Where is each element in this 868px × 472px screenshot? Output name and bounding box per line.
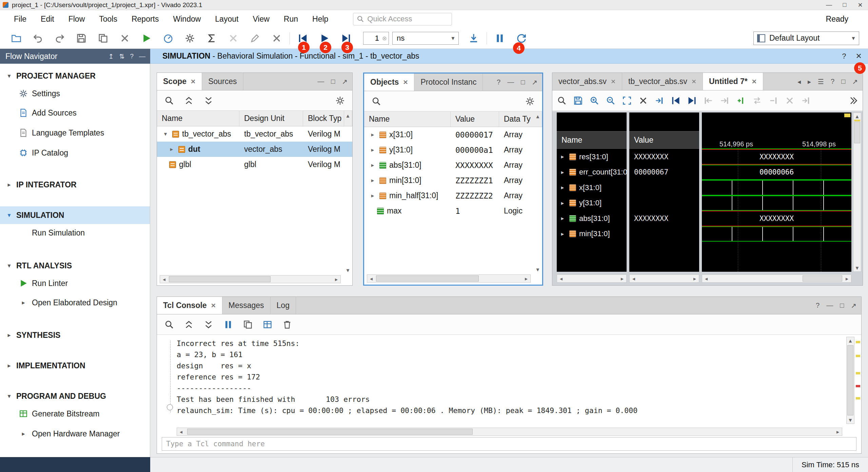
scrollbar-thumb[interactable] — [169, 276, 271, 282]
column-value[interactable]: Value — [451, 111, 499, 127]
scroll-down-arrow[interactable]: ▼ — [847, 417, 854, 423]
chevron-right-icon[interactable]: ▸ — [369, 177, 376, 184]
column-design-unit[interactable]: Design Unit — [239, 111, 303, 126]
help-icon[interactable]: ? — [816, 302, 820, 309]
previous-transition-icon[interactable] — [671, 96, 680, 105]
settings-gear-icon[interactable] — [179, 30, 201, 46]
delete-icon[interactable] — [114, 30, 136, 46]
scroll-left-arrow[interactable]: ◂ — [630, 275, 638, 282]
float-panel-icon[interactable]: ↗ — [342, 78, 348, 86]
table-row[interactable]: ▸y[31:0] 000000a1 Array — [364, 142, 542, 158]
clear-console-icon[interactable] — [282, 320, 292, 329]
chevron-right-icon[interactable]: ▸ — [5, 331, 14, 339]
wave-scrollbar[interactable]: ◂ ▸ — [702, 274, 851, 283]
tab-tcl-console[interactable]: Tcl Console✕ — [157, 297, 222, 314]
close-icon[interactable]: ✕ — [752, 78, 757, 85]
maximize-panel-icon[interactable]: □ — [331, 78, 335, 85]
nav-item-add-sources[interactable]: Add Sources — [0, 104, 150, 122]
close-icon[interactable]: ✕ — [211, 302, 216, 309]
menu-tools[interactable]: Tools — [92, 10, 124, 28]
minimize-panel-icon[interactable]: — — [507, 78, 514, 86]
scroll-down-arrow[interactable]: ▼ — [853, 265, 861, 271]
search-icon[interactable] — [164, 320, 174, 329]
menu-window[interactable]: Window — [166, 10, 208, 28]
scroll-up-arrow[interactable]: ▲ — [847, 338, 854, 344]
copy-icon[interactable] — [92, 30, 114, 46]
nav-item-ip-catalog[interactable]: IP Catalog — [0, 144, 150, 162]
zoom-in-icon[interactable] — [590, 96, 599, 105]
wave-signal-name[interactable]: ▸abs[31:0] — [557, 211, 627, 226]
gear-icon[interactable] — [525, 97, 535, 106]
zoom-fit-icon[interactable] — [622, 96, 632, 105]
wave-signal-name[interactable]: ▸err_count[31:0 — [557, 165, 627, 180]
vertical-scrollbar[interactable]: ▲ ▼ — [846, 337, 854, 424]
help-icon[interactable]: ? — [831, 78, 834, 85]
sim-relaunch-icon[interactable] — [463, 30, 485, 46]
menu-view[interactable]: View — [245, 10, 276, 28]
chevron-right-icon[interactable]: ▸ — [559, 230, 566, 238]
scroll-down-arrow[interactable]: ▼ — [344, 267, 352, 273]
layout-dropdown[interactable]: Default Layout ▼ — [753, 32, 859, 45]
vertical-scrollbar[interactable]: ▲ ▼ — [853, 112, 861, 272]
help-icon[interactable]: ? — [130, 53, 134, 60]
minimize-panel-icon[interactable]: — — [826, 302, 833, 309]
collapse-all-icon[interactable] — [184, 96, 194, 105]
window-minimize-icon[interactable]: — — [821, 0, 837, 10]
wave-row-abs[interactable]: XXXXXXXX — [702, 211, 851, 226]
tab-messages[interactable]: Messages — [222, 297, 271, 314]
tab-protocol-instances[interactable]: Protocol Instanc — [414, 74, 483, 91]
sim-pause-icon[interactable] — [489, 30, 511, 46]
collapse-all-icon[interactable]: ↥ — [108, 53, 114, 60]
close-icon[interactable]: ✕ — [611, 78, 616, 85]
design-runs-icon[interactable] — [157, 30, 179, 46]
wave-row-x[interactable] — [702, 180, 851, 196]
scroll-left-arrow[interactable]: ◂ — [367, 275, 375, 282]
wave-row-y[interactable] — [702, 196, 851, 211]
pause-output-icon[interactable] — [223, 320, 233, 329]
chevron-right-icon[interactable]: ▸ — [369, 162, 376, 169]
next-transition-icon[interactable] — [687, 96, 697, 105]
x-cursor-icon[interactable] — [638, 96, 648, 105]
chevron-right-icon[interactable]: ▸ — [369, 192, 376, 199]
wave-row-min[interactable] — [702, 226, 851, 242]
scroll-left-arrow[interactable]: ◂ — [160, 275, 168, 283]
scrollbar-thumb[interactable] — [803, 275, 842, 282]
scroll-left-arrow[interactable]: ◂ — [702, 275, 710, 282]
scroll-right-arrow[interactable]: ▸ — [691, 275, 699, 282]
scroll-up-arrow[interactable]: ▲ — [344, 113, 352, 119]
sum-report-icon[interactable] — [201, 30, 222, 46]
column-name[interactable]: Name — [364, 111, 451, 127]
tab-tb-vector-abs-sv[interactable]: tb_vector_abs.sv✕ — [622, 73, 703, 90]
chevron-right-icon[interactable]: ▸ — [559, 153, 566, 160]
waveform-plot-area[interactable]: 514,996 ps 514,998 ps XXXXXXXX 00000066 … — [702, 112, 851, 272]
nav-section-synthesis[interactable]: ▸SYNTHESIS — [0, 326, 150, 344]
quick-access-input[interactable] — [367, 15, 465, 23]
scroll-up-arrow[interactable]: ▲ — [534, 114, 541, 119]
scroll-down-arrow[interactable]: ▼ — [534, 267, 541, 272]
scroll-right-arrow[interactable]: ▸ — [834, 428, 842, 435]
maximize-panel-icon[interactable]: □ — [841, 78, 845, 85]
float-panel-icon[interactable]: ↗ — [532, 78, 537, 86]
more-tools-icon[interactable] — [848, 96, 858, 105]
collapse-all-icon[interactable] — [184, 320, 194, 329]
nav-item-open-elaborated-design[interactable]: ▸Open Elaborated Design — [0, 294, 150, 311]
search-icon[interactable] — [164, 96, 174, 105]
chevron-right-icon[interactable]: ▸ — [168, 146, 175, 153]
tab-untitled-7[interactable]: Untitled 7*✕ — [703, 73, 763, 90]
tcl-command-inputbox[interactable] — [162, 437, 856, 451]
wave-signal-name[interactable]: ▸x[31:0] — [557, 180, 627, 196]
menu-reports[interactable]: Reports — [124, 10, 166, 28]
maximize-panel-icon[interactable]: □ — [521, 78, 525, 86]
wave-row-err-count[interactable]: 00000066 — [702, 165, 851, 180]
maximize-panel-icon[interactable]: □ — [840, 302, 844, 309]
wave-signal-name[interactable]: ▸y[31:0] — [557, 196, 627, 211]
table-row-selected[interactable]: ▸dut vector_abs Verilog M — [157, 142, 352, 157]
tab-log[interactable]: Log — [271, 297, 296, 314]
quick-access-box[interactable] — [353, 13, 452, 25]
menu-help[interactable]: Help — [305, 10, 335, 28]
table-row[interactable]: ▾tb_vector_abs tb_vector_abs Verilog M — [157, 126, 352, 142]
horizontal-scrollbar[interactable]: ◂ ▸ — [177, 428, 842, 436]
copy-icon[interactable] — [243, 320, 253, 329]
zoom-out-icon[interactable] — [606, 96, 615, 105]
close-design-icon[interactable] — [266, 30, 288, 46]
